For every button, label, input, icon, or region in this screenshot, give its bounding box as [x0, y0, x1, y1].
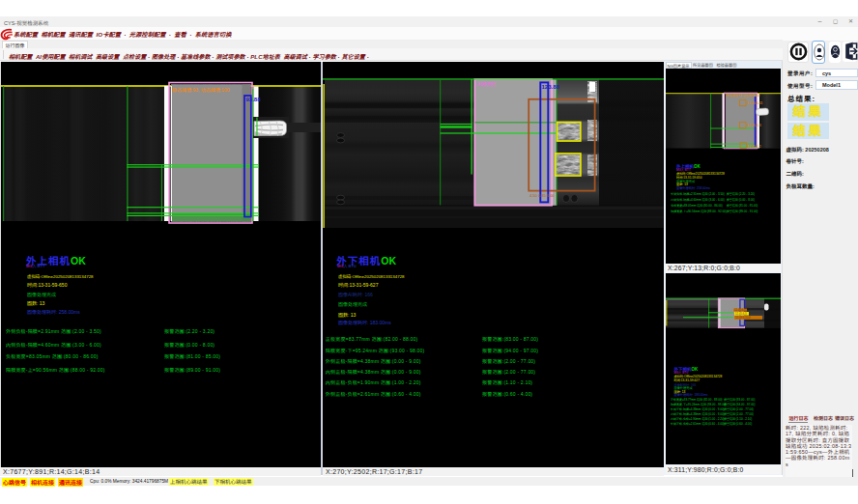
svg-text:静态阈值:93 动态阈值:100: 静态阈值:93 动态阈值:100 — [727, 94, 760, 98]
svg-text:12.40,6.41: 12.40,6.41 — [747, 101, 763, 105]
svg-text:12.45,6.3: 12.45,6.3 — [747, 124, 761, 127]
svg-text:12.43,6.30,8: 12.43,6.30,8 — [735, 316, 751, 320]
svg-text:12.43,6.2: 12.43,6.2 — [747, 145, 761, 149]
